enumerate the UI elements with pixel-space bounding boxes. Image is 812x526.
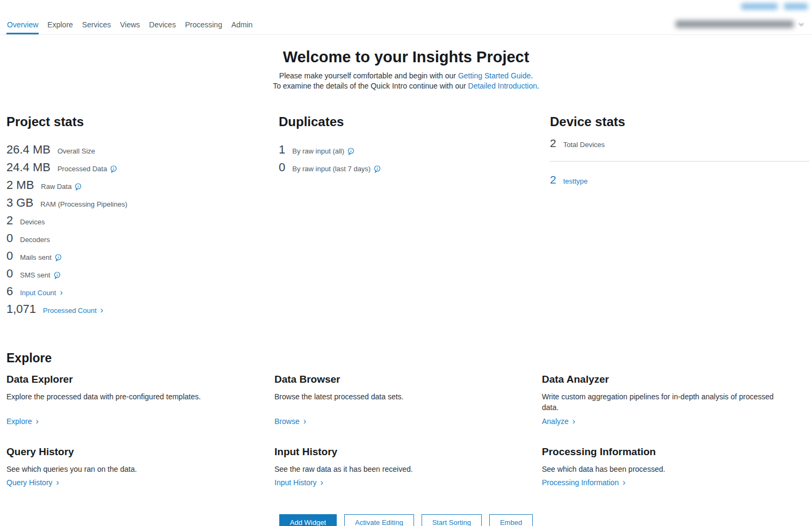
stat-duplicates-all: 1 By raw input (all) xyxy=(279,143,543,156)
input-count-link[interactable]: Input Count› xyxy=(20,288,63,297)
info-tooltip-icon[interactable] xyxy=(75,183,82,191)
card-description: See which data has been processed. xyxy=(542,464,803,474)
stat-decoders: 0 Decoders xyxy=(6,232,272,245)
detailed-introduction-link[interactable]: Detailed Introduction xyxy=(468,82,537,90)
top-bar xyxy=(0,0,812,16)
card-title: Query History xyxy=(6,446,268,458)
card-data-analyzer: Data Analyzer Write custom aggregation p… xyxy=(542,374,803,426)
nav-tab-explore[interactable]: Explore xyxy=(47,16,73,34)
duplicates-title: Duplicates xyxy=(279,114,543,129)
embed-button[interactable]: Embed xyxy=(489,514,533,526)
card-processing-information: Processing Information See which data ha… xyxy=(542,446,803,487)
redacted-header-links[interactable] xyxy=(741,3,808,10)
stat-sms-sent: 0 SMS sent xyxy=(6,267,272,280)
start-sorting-button[interactable]: Start Sorting xyxy=(422,514,482,526)
welcome-line-1: Please make yourself comfortable and beg… xyxy=(0,71,812,81)
nav-tab-devices[interactable]: Devices xyxy=(149,16,177,34)
chevron-right-icon: › xyxy=(60,288,62,297)
card-description: Browse the latest processed data sets. xyxy=(274,391,535,413)
dashboard-actions: Add Widget Activate Editing Start Sortin… xyxy=(0,514,812,526)
card-title: Data Explorer xyxy=(6,374,268,385)
card-description: See which queries you ran on the data. xyxy=(6,464,268,474)
stat-ram-processing-pipelines: 3 GB RAM (Processing Pipelines) xyxy=(6,196,272,209)
card-data-explorer: Data Explorer Explore the processed data… xyxy=(6,374,268,426)
stat-input-count: 6 Input Count› xyxy=(6,285,272,298)
redacted-project-name xyxy=(676,20,794,28)
redacted-project-account[interactable] xyxy=(676,20,802,28)
add-widget-button[interactable]: Add Widget xyxy=(279,514,337,526)
stats-widgets-row: Project stats 26.4 MB Overall Size 24.4 … xyxy=(0,114,812,320)
explore-cards-grid: Data Explorer Explore the processed data… xyxy=(6,374,812,487)
device-type-link[interactable]: testtype xyxy=(563,177,588,185)
info-tooltip-icon[interactable] xyxy=(374,165,381,173)
nav-tab-overview[interactable]: Overview xyxy=(6,16,39,34)
duplicates-widget: Duplicates 1 By raw input (all) 0 By raw… xyxy=(279,114,543,320)
stat-processed-count: 1,071 Processed Count› xyxy=(6,303,272,316)
card-description: See the raw data as it has been received… xyxy=(274,464,535,474)
device-stats-widget: Device stats 2 Total Devices 2 testtype xyxy=(550,114,809,320)
input-history-link[interactable]: Input History› xyxy=(274,478,323,487)
chevron-right-icon: › xyxy=(100,306,103,315)
card-title: Data Browser xyxy=(274,374,535,385)
stat-mails-sent: 0 Mails sent xyxy=(6,250,272,262)
card-data-browser: Data Browser Browse the latest processed… xyxy=(274,374,535,426)
analyze-link[interactable]: Analyze› xyxy=(542,417,575,426)
info-tooltip-icon[interactable] xyxy=(55,254,62,262)
stat-processed-data: 24.4 MB Processed Data xyxy=(6,161,272,174)
chevron-right-icon: › xyxy=(622,478,625,487)
stat-duplicates-7days: 0 By raw input (last 7 days) xyxy=(279,161,543,174)
nav-tab-processing[interactable]: Processing xyxy=(184,16,222,34)
chevron-right-icon: › xyxy=(56,478,59,487)
query-history-link[interactable]: Query History› xyxy=(6,478,59,487)
nav-tab-services[interactable]: Services xyxy=(82,16,112,34)
device-stats-title: Device stats xyxy=(550,114,809,129)
card-title: Input History xyxy=(274,446,535,458)
chevron-right-icon: › xyxy=(572,417,575,426)
explore-title: Explore xyxy=(6,351,812,366)
explore-link[interactable]: Explore› xyxy=(6,417,39,426)
nav-tab-admin[interactable]: Admin xyxy=(231,16,253,34)
info-tooltip-icon[interactable] xyxy=(347,148,354,156)
project-stats-title: Project stats xyxy=(6,114,272,129)
stat-devices: 2 Devices xyxy=(6,214,272,227)
browse-link[interactable]: Browse› xyxy=(274,417,306,426)
card-title: Data Analyzer xyxy=(542,374,803,385)
card-description: Explore the processed data with pre-conf… xyxy=(6,391,268,413)
redacted-link[interactable] xyxy=(741,3,778,10)
nav-tab-views[interactable]: Views xyxy=(120,16,141,34)
activate-editing-button[interactable]: Activate Editing xyxy=(344,514,414,526)
processing-information-link[interactable]: Processing Information› xyxy=(542,478,626,487)
redacted-link[interactable] xyxy=(784,3,808,10)
stat-raw-data: 2 MB Raw Data xyxy=(6,179,272,192)
card-query-history: Query History See which queries you ran … xyxy=(6,446,268,487)
welcome-section: Welcome to your Insights Project Please … xyxy=(0,48,812,91)
welcome-line-2: To examine the details of the Quick Intr… xyxy=(0,81,812,91)
processed-count-link[interactable]: Processed Count› xyxy=(43,306,103,315)
info-tooltip-icon[interactable] xyxy=(110,165,117,173)
card-description: Write custom aggregation pipelines for i… xyxy=(542,391,803,413)
info-tooltip-icon[interactable] xyxy=(54,272,61,280)
explore-section: Explore Data Explorer Explore the proces… xyxy=(0,351,812,487)
card-title: Processing Information xyxy=(542,446,803,458)
page-title: Welcome to your Insights Project xyxy=(0,48,812,66)
project-stats-widget: Project stats 26.4 MB Overall Size 24.4 … xyxy=(6,114,272,320)
chevron-right-icon: › xyxy=(321,478,323,487)
card-input-history: Input History See the raw data as it has… xyxy=(274,446,535,487)
getting-started-guide-link[interactable]: Getting Started Guide xyxy=(458,71,531,80)
stat-overall-size: 26.4 MB Overall Size xyxy=(6,143,272,156)
chevron-right-icon: › xyxy=(35,417,38,426)
stat-total-devices: 2 Total Devices xyxy=(550,137,809,150)
chevron-right-icon: › xyxy=(303,417,306,426)
divider xyxy=(550,161,809,162)
stat-device-type: 2 testtype xyxy=(550,173,809,186)
